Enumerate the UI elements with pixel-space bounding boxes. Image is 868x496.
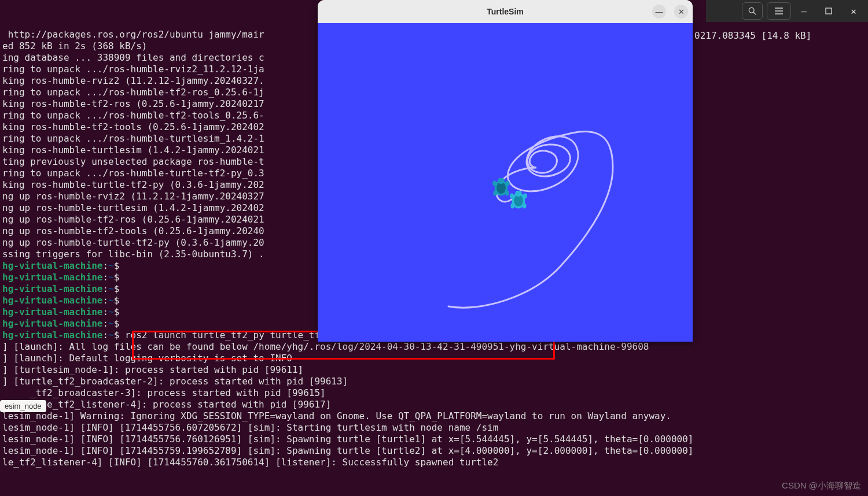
turtle2-sprite: [509, 191, 526, 208]
terminal-line: ] [launch]: All log files can be found b…: [2, 341, 866, 353]
terminal-line: ] [turtle_tf2_listener-4]: process start…: [2, 399, 866, 410]
close-icon: ✕: [678, 8, 685, 16]
minimize-icon: —: [656, 8, 663, 16]
terminal-line: ] [turtlesim_node-1]: process started wi…: [2, 364, 866, 376]
terminal-line: lesim_node-1] [INFO] [1714455756.6072056…: [2, 422, 866, 434]
svg-point-16: [510, 194, 514, 199]
titlebar[interactable]: TurtleSim — ✕: [318, 0, 693, 23]
terminal-line: ] [launch]: Default logging verbosity is…: [2, 353, 866, 364]
watermark: CSDN @小海聊智造: [782, 480, 861, 491]
turtlesim-window[interactable]: TurtleSim — ✕: [318, 0, 693, 342]
svg-point-9: [492, 181, 496, 186]
svg-point-17: [523, 194, 527, 199]
svg-point-19: [523, 203, 527, 209]
terminal-line: lesim_node-1] Warning: Ignoring XDG_SESS…: [2, 410, 866, 422]
terminal-line: _tf2_broadcaster-3]: process started wit…: [2, 387, 866, 399]
turtle-canvas: [318, 23, 693, 342]
close-button[interactable]: ✕: [674, 5, 688, 18]
terminal-line: lesim_node-1] [INFO] [1714455756.7601269…: [2, 434, 866, 445]
terminal-line: lesim_node-1] [INFO] [1714455759.1996527…: [2, 445, 866, 457]
turtle1-sprite: [491, 178, 509, 195]
svg-point-18: [510, 203, 514, 209]
tooltip: esim_node: [0, 400, 46, 412]
terminal-line: le_tf2_listener-4] [INFO] [1714455760.36…: [2, 457, 866, 468]
terminal-right-fragment: 0217.083345 [14.8 kB]: [694, 30, 811, 41]
minimize-button[interactable]: —: [652, 5, 666, 18]
window-title: TurtleSim: [487, 7, 524, 16]
terminal-line: ] [turtle_tf2_broadcaster-2]: process st…: [2, 376, 866, 387]
svg-point-11: [493, 191, 497, 196]
svg-point-10: [506, 181, 510, 186]
